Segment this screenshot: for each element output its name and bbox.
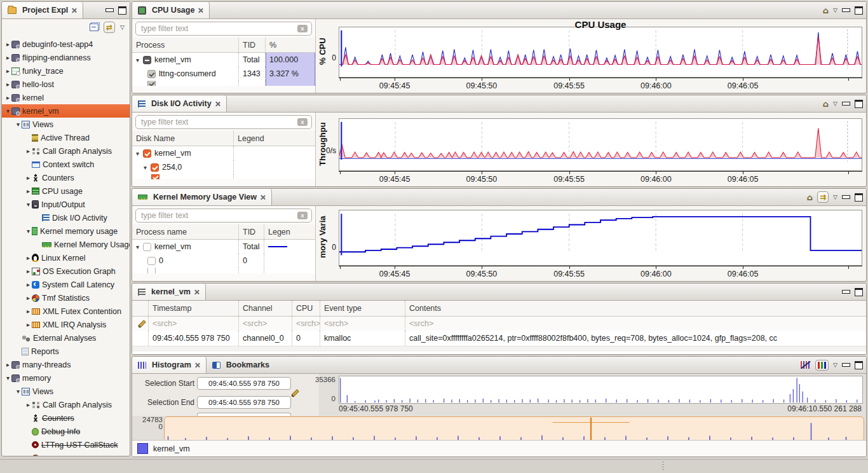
expand-arrow-icon[interactable]: ▸ [4,41,11,48]
collapse-arrow-icon[interactable]: ▾ [25,228,32,235]
view-menu-icon[interactable]: ▽ [833,8,837,13]
checkbox-unchecked[interactable] [147,257,156,265]
tree-item-call-graph-analysis[interactable]: ▸Call Graph Analysis [2,144,130,158]
tree-item-os-execution-graph[interactable]: ▸OS Execution Graph [2,264,130,278]
link-with-editor-button[interactable]: ⇄ [104,22,115,33]
expand-arrow-icon[interactable]: ▸ [25,308,32,315]
expand-arrow-icon[interactable]: ▸ [4,81,11,88]
column-header-cpu[interactable]: CPU [292,301,320,316]
table-row[interactable]: ▾kernel_vm [132,146,315,160]
maximize-icon[interactable] [855,361,863,369]
tree-item-linux-kernel[interactable]: ▸Linux Kernel [2,251,130,264]
column-header-pct[interactable]: % [266,38,315,52]
column-header-tid[interactable]: TID [239,38,266,52]
table-row-partial[interactable] [132,268,315,273]
view-menu-icon[interactable]: ▽ [833,195,837,200]
hide-lost-events-icon[interactable] [801,361,811,369]
maximize-icon[interactable] [855,193,863,202]
table-row[interactable]: lttng-consumerd 1343 3.327 % [132,67,315,81]
minimize-icon[interactable] [842,290,850,294]
filter-input[interactable] [135,22,312,36]
tree-item-active-thread[interactable]: Active Thread [2,131,130,144]
home-icon[interactable]: ⌂ [807,193,813,202]
home-icon[interactable]: ⌂ [823,6,829,15]
tree-item-context-switch[interactable]: Context switch [2,158,130,171]
chart-plot-area[interactable] [339,118,862,171]
coloring-button[interactable] [815,360,829,371]
chart-plot-area[interactable] [339,210,862,266]
tab-project-explorer[interactable]: Project Expl [2,2,83,18]
fit-selection-button[interactable]: ⇉ [817,191,829,203]
minimize-icon[interactable] [105,8,114,12]
tree-item-views[interactable]: ▾Views [2,385,130,398]
tree-item-call-graph-analysis[interactable]: ▸Call Graph Analysis [2,398,130,411]
window-span-input-partial[interactable] [197,413,291,416]
tree-item-memory[interactable]: ▾memory [2,371,130,385]
collapse-arrow-icon[interactable]: ▾ [4,374,11,381]
tree-item-kernel-memory-usage[interactable]: ▾Kernel memory usage [2,224,130,238]
tree-item-counters[interactable]: ▸Counters [2,171,130,184]
expand-arrow-icon[interactable]: ▸ [25,254,32,261]
close-icon[interactable] [194,289,200,295]
tab-kernel-memory[interactable]: Kernel Memory Usage View [132,189,272,205]
tree-item-hello-lost[interactable]: ▸hello-lost [2,78,130,91]
tree-item-xml-futex-contention[interactable]: ▸XML Futex Contention [2,305,130,318]
view-menu-icon[interactable]: ▽ [833,362,837,368]
view-menu-icon[interactable]: ▽ [833,101,837,107]
minimize-icon[interactable] [842,195,850,199]
close-icon[interactable] [198,8,203,13]
event-row-partial[interactable] [132,346,866,352]
drag-handle[interactable] [662,462,664,471]
expand-arrow-icon[interactable]: ▸ [25,321,32,328]
close-icon[interactable] [260,195,266,200]
expand-arrow-icon[interactable]: ▸ [4,54,11,61]
expander-icon[interactable]: ▾ [136,57,143,64]
tree-item-debug-info[interactable]: Debug Info [2,425,130,438]
tree-item-counters[interactable]: Counters [2,411,130,425]
expand-arrow-icon[interactable]: ▸ [25,147,32,154]
expander-icon[interactable]: ▾ [144,164,151,171]
filter-cell[interactable]: <srch> [320,317,405,331]
column-header-channel[interactable]: Channel [239,301,292,316]
clear-filter-icon[interactable]: x [297,212,308,219]
tree-item-funky-trace[interactable]: ▸funky_trace [2,64,130,78]
time-range-histogram[interactable] [339,376,863,404]
clear-filter-icon[interactable]: x [297,118,308,126]
close-icon[interactable] [194,362,200,368]
expand-arrow-icon[interactable]: ▸ [25,174,32,181]
chart-plot-area[interactable] [339,27,862,78]
expand-arrow-icon[interactable]: ▸ [25,268,32,275]
filter-input[interactable] [135,115,312,129]
checkbox-checked[interactable] [147,70,156,78]
collapse-arrow-icon[interactable]: ▾ [15,121,22,128]
close-icon[interactable] [215,101,220,107]
selection-start-input[interactable] [197,377,291,390]
checkbox-unchecked[interactable] [143,243,151,251]
expand-arrow-icon[interactable]: ▸ [25,281,32,288]
tree-item-flipping-endianness[interactable]: ▸flipping-endianness [2,51,130,64]
tab-histogram[interactable]: Histogram [132,357,207,373]
selection-end-input[interactable] [197,396,291,409]
maximize-icon[interactable] [118,6,126,15]
table-row-partial[interactable] [132,174,315,179]
tab-cpu-usage[interactable]: CPU Usage [132,2,210,18]
close-icon[interactable] [71,8,77,13]
filter-cell[interactable]: <srch> [405,317,866,331]
filter-input[interactable] [135,209,312,223]
expand-arrow-icon[interactable]: ▸ [4,361,11,368]
collapse-arrow-icon[interactable]: ▾ [25,201,32,208]
minimize-icon[interactable] [842,8,850,12]
column-header-process[interactable]: Process name [132,224,239,239]
tree-item-disk-i-o-activity[interactable]: Disk I/O Activity [2,211,130,224]
tree-item-xml-irq-analysis[interactable]: ▸XML IRQ Analysis [2,318,130,331]
tree-item-debuginfo-test-app4[interactable]: ▸debuginfo-test-app4 [2,38,130,51]
collapse-all-icon[interactable] [90,24,98,31]
tree-item-input-output[interactable]: ▾Input/Output [2,198,130,211]
tree-item-kernel-vm[interactable]: ▾kernel_vm [2,104,130,118]
column-header-eventtype[interactable]: Event type [320,301,405,316]
tree-item-cpu-usage[interactable]: ▸CPU usage [2,184,130,198]
column-header-legend[interactable]: Legend [234,131,315,146]
filter-cell[interactable]: <srch> [239,317,292,331]
tree-item-external-analyses[interactable]: External Analyses [2,331,130,345]
expander-icon[interactable]: ▾ [136,150,143,157]
